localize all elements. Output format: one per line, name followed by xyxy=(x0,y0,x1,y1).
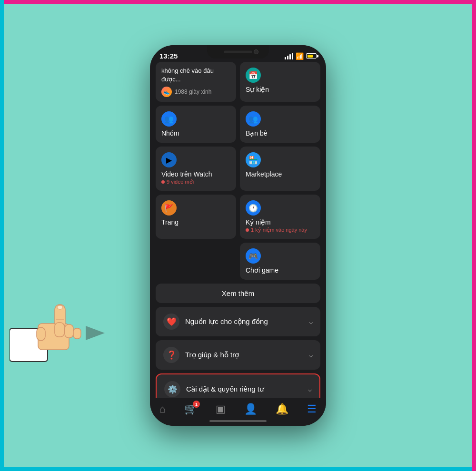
ky-niem-sub: 1 kỷ niệm vào ngày này xyxy=(246,227,315,233)
notch-speaker xyxy=(224,51,252,53)
section-cai-dat[interactable]: ⚙️ Cài đặt & quyền riêng tư ⌵ xyxy=(156,373,320,398)
marketplace-icon: 🏪 xyxy=(246,152,261,167)
svg-point-7 xyxy=(57,305,63,309)
tro-giup-icon: ❓ xyxy=(163,347,179,363)
store-badge: 1 xyxy=(193,401,200,408)
choi-game-icon: 🎮 xyxy=(246,248,261,264)
fifth-menu-grid: 🎮 Chơi game xyxy=(156,243,320,280)
menu-item-ban-be[interactable]: 👥 Bạn bè xyxy=(240,106,320,143)
profile-icon: 👤 xyxy=(244,403,257,415)
status-bar: 13:25 📶 xyxy=(150,45,326,62)
menu-item-video-watch[interactable]: ▶ Video trên Watch 9 video mới xyxy=(156,147,236,191)
signal-icon xyxy=(285,53,293,59)
fourth-menu-grid: 🚩 Trang 🕐 Kỷ niệm 1 kỷ niệm vào ngày này xyxy=(156,195,320,239)
border-right xyxy=(472,0,476,471)
su-kien-title: Sự kiện xyxy=(246,86,315,93)
avatar: 👟 xyxy=(161,87,172,97)
post-user: 👟 1988 giày xinh xyxy=(161,87,230,97)
svg-rect-5 xyxy=(65,324,73,338)
bell-icon: 🔔 xyxy=(276,403,288,415)
menu-item-ky-niem[interactable]: 🕐 Kỷ niệm 1 kỷ niệm vào ngày này xyxy=(240,195,320,239)
wifi-icon: 📶 xyxy=(296,52,304,60)
video-watch-icon: ▶ xyxy=(161,152,177,167)
see-more-button[interactable]: Xem thêm xyxy=(156,284,320,303)
tro-giup-chevron: ⌵ xyxy=(309,351,313,359)
nav-bell[interactable]: 🔔 xyxy=(276,403,288,415)
nhom-title: Nhóm xyxy=(161,129,230,137)
choi-game-title: Chơi game xyxy=(246,266,315,274)
trang-icon: 🚩 xyxy=(161,200,177,216)
notch xyxy=(207,45,269,59)
bottom-nav: ⌂ 🛒 1 ▣ 👤 🔔 ☰ xyxy=(150,398,326,418)
svg-rect-3 xyxy=(55,323,64,337)
nav-profile[interactable]: 👤 xyxy=(244,403,257,415)
video-dot xyxy=(161,180,165,184)
nav-store[interactable]: 🛒 1 xyxy=(184,403,197,415)
post-snippet[interactable]: không chê vào đâu được... 👟 1988 giày xi… xyxy=(156,62,236,102)
video-watch-sub: 9 video mới xyxy=(161,179,230,185)
tro-giup-title: Trợ giúp & hỗ trợ xyxy=(185,351,239,359)
battery-icon xyxy=(306,53,317,59)
second-menu-grid: 👥 Nhóm 👥 Bạn bè xyxy=(156,106,320,143)
menu-item-choi-game[interactable]: 🎮 Chơi game xyxy=(240,243,320,280)
status-time: 13:25 xyxy=(159,52,178,60)
nav-menu[interactable]: ☰ xyxy=(307,403,317,415)
section-nguon-luc[interactable]: ❤️ Nguồn lực cho cộng đồng ⌵ xyxy=(156,307,320,336)
cai-dat-chevron: ⌵ xyxy=(308,385,312,393)
reels-icon: ▣ xyxy=(216,403,226,415)
ban-be-title: Bạn bè xyxy=(246,129,315,137)
video-watch-title: Video trên Watch xyxy=(161,170,230,178)
nhom-icon: 👥 xyxy=(161,111,177,127)
ky-niem-title: Kỷ niệm xyxy=(246,218,315,226)
cai-dat-icon: ⚙️ xyxy=(164,381,180,397)
menu-item-su-kien[interactable]: 📅 Sự kiện xyxy=(240,62,320,102)
svg-rect-4 xyxy=(37,327,45,341)
su-kien-icon: 📅 xyxy=(246,68,261,83)
scroll-content[interactable]: không chê vào đâu được... 👟 1988 giày xi… xyxy=(150,62,326,398)
border-bottom xyxy=(0,467,476,471)
ky-niem-dot xyxy=(246,228,249,232)
home-bar xyxy=(209,420,267,422)
ky-niem-icon: 🕐 xyxy=(246,200,261,216)
notch-camera xyxy=(254,49,258,54)
top-menu-grid: không chê vào đâu được... 👟 1988 giày xi… xyxy=(156,62,320,102)
border-top xyxy=(0,0,476,4)
nguon-luc-chevron: ⌵ xyxy=(309,318,313,325)
marketplace-title: Marketplace xyxy=(246,170,315,178)
menu-item-trang[interactable]: 🚩 Trang xyxy=(156,195,236,239)
ban-be-icon: 👥 xyxy=(246,111,261,127)
nguon-luc-title: Nguồn lực cho cộng đồng xyxy=(185,317,268,326)
status-icons: 📶 xyxy=(285,52,317,60)
border-left xyxy=(0,0,4,471)
phone-frame: 13:25 📶 không chê vào đâu đ xyxy=(150,45,326,426)
trang-title: Trang xyxy=(161,218,230,226)
phone-screen: 13:25 📶 không chê vào đâu đ xyxy=(150,45,326,426)
menu-item-marketplace[interactable]: 🏪 Marketplace xyxy=(240,147,320,191)
third-menu-grid: ▶ Video trên Watch 9 video mới 🏪 Marketp… xyxy=(156,147,320,191)
section-tro-giup[interactable]: ❓ Trợ giúp & hỗ trợ ⌵ xyxy=(156,340,320,370)
menu-item-nhom[interactable]: 👥 Nhóm xyxy=(156,106,236,143)
cai-dat-title: Cài đặt & quyền riêng tư xyxy=(186,385,264,393)
svg-marker-9 xyxy=(86,326,105,340)
nav-reels[interactable]: ▣ xyxy=(216,403,226,415)
nguon-luc-icon: ❤️ xyxy=(163,314,179,330)
post-text: không chê vào đâu được... xyxy=(161,67,230,84)
user-name: 1988 giày xinh xyxy=(175,88,211,95)
menu-icon: ☰ xyxy=(307,403,317,415)
home-icon: ⌂ xyxy=(159,403,166,415)
nav-home[interactable]: ⌂ xyxy=(159,403,166,415)
home-indicator xyxy=(150,418,326,426)
svg-rect-6 xyxy=(73,328,81,339)
hand-pointer xyxy=(10,290,114,366)
